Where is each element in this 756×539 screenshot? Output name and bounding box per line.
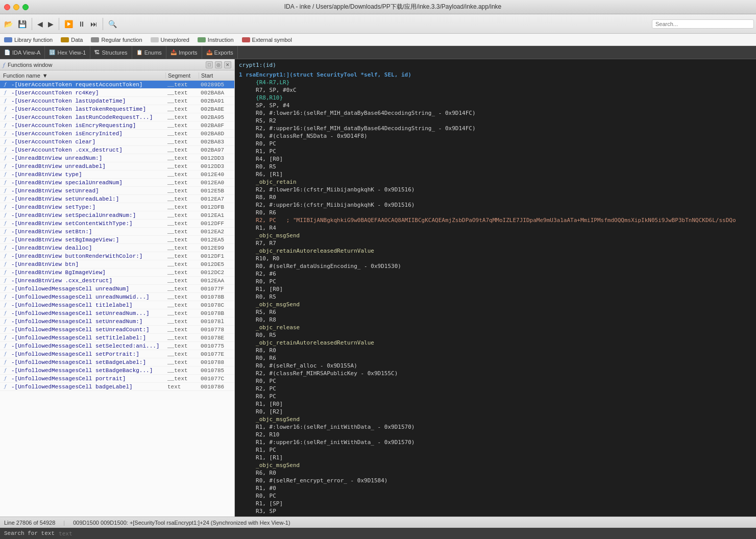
function-name: -[UserAccountToken lastRunCodeRequestT..… (10, 114, 165, 120)
col-start: Start (199, 72, 234, 79)
legend-unexplored: Unexplored (151, 37, 189, 43)
function-row[interactable]: 𝑓-[UnreadBtnView setBtn:]__text0012EA2 (0, 228, 234, 236)
code-content[interactable]: crypt1:(id)1 rsaEncrypt1:](struct Securi… (235, 59, 756, 517)
function-name: -[UnreadBtnView setUnread] (10, 188, 165, 194)
function-segment: __text (165, 302, 199, 308)
function-row[interactable]: 𝑓-[UnfollowedMessagesCell setUnreadNum:]… (0, 317, 234, 326)
code-line: R2, #:upper16:(selRef_MIH_dataByBase64De… (239, 125, 752, 132)
tab-hex-view[interactable]: 🔢 Hex View-1 (45, 46, 90, 59)
tab-enums[interactable]: 📋 Enums (132, 46, 166, 59)
close-button[interactable] (4, 4, 10, 10)
function-row[interactable]: 𝑓-[UserAccountToken .cxx_destruct]__text… (0, 146, 234, 154)
function-row[interactable]: 𝑓-[UnfollowedMessagesCell setBadgeBackg.… (0, 366, 234, 375)
function-row[interactable]: 𝑓-[UnreadBtnView setUnread]__text0012E5B (0, 187, 234, 195)
function-row[interactable]: 𝑓-[UnreadBtnView setBgImageView:]__text0… (0, 236, 234, 244)
run-button[interactable]: ▶️ (62, 19, 75, 29)
minimize-button[interactable] (13, 4, 19, 10)
legend-library: Library function (4, 37, 53, 43)
function-row[interactable]: 𝑓-[UnreadBtnView setType:]__text0012DFB (0, 203, 234, 211)
function-row[interactable]: 𝑓-[UnfollowedMessagesCell setUnreadNum..… (0, 309, 234, 317)
function-start: 001078C (199, 302, 234, 308)
panel-float-button[interactable]: □ (206, 61, 213, 68)
function-segment: __text (165, 180, 199, 186)
function-segment: __text (165, 318, 199, 325)
function-row[interactable]: 𝑓-[UserAccountToken isEncryRequesting]__… (0, 121, 234, 130)
function-row[interactable]: 𝑓-[UserAccountToken lastUpdateTime]__tex… (0, 97, 234, 105)
search-input[interactable] (59, 530, 134, 537)
function-segment: __text (165, 310, 199, 316)
function-row[interactable]: 𝑓-[UnreadBtnView setContentWithType:]__t… (0, 219, 234, 228)
functions-panel: 𝑓 Functions window □ ◎ ✕ Function name ▼… (0, 59, 235, 517)
legend-color-external (242, 37, 250, 42)
function-row[interactable]: 𝑓-[UnreadBtnView btn]__text0012DE5 (0, 260, 234, 268)
function-icon: 𝑓 (0, 138, 10, 146)
function-row[interactable]: 𝑓-[UnreadBtnView buttonRenderWithColor:]… (0, 252, 234, 260)
step-button[interactable]: ⏭ (88, 19, 100, 29)
function-row[interactable]: 𝑓-[UserAccountToken rc4Key]__text002BA8A (0, 89, 234, 97)
function-row[interactable]: 𝑓-[UnreadBtnView specialUnreadNum]__text… (0, 179, 234, 187)
panel-close-button[interactable]: ✕ (224, 61, 231, 68)
sort-indicator: ▼ (42, 72, 48, 79)
function-name: -[UnfollowedMessagesCell portrait] (10, 376, 165, 382)
function-name: -[UnfollowedMessagesCell unreadNum] (10, 286, 165, 292)
maximize-button[interactable] (22, 4, 29, 10)
function-row[interactable]: 𝑓-[UnreadBtnView unreadLabel]__text0012D… (0, 162, 234, 170)
tab-structures[interactable]: 🏗 Structures (90, 46, 132, 59)
back-button[interactable]: ◀ (35, 19, 45, 29)
tab-exports[interactable]: 📤 Exports (202, 46, 238, 59)
function-row[interactable]: 𝑓-[UnreadBtnView setSpecialUnreadNum:]__… (0, 211, 234, 219)
tab-exports-icon: 📤 (206, 50, 212, 55)
function-row[interactable]: 𝑓-[UserAccountToken isEncryInited]__text… (0, 130, 234, 138)
code-line: R0, R5 (239, 293, 752, 301)
code-header: crypt1:(id) (239, 61, 752, 69)
function-row[interactable]: 𝑓-[UnreadBtnView type]__text0012E40 (0, 170, 234, 179)
tab-imports[interactable]: 📥 Imports (166, 46, 202, 59)
open-button[interactable]: 📂 (2, 19, 15, 29)
code-line: R1, PC (239, 148, 752, 155)
search-button[interactable]: 🔍 (106, 19, 119, 29)
legend-color-library (4, 37, 12, 42)
function-row[interactable]: 𝑓-[UserAccountToken lastRunCodeRequestT.… (0, 113, 234, 121)
code-line: R1, #0 (239, 484, 752, 492)
function-row[interactable]: 𝑓-[UnfollowedMessagesCell setPortrait:]_… (0, 350, 234, 358)
function-name: -[UnreadBtnView .cxx_destruct] (10, 278, 165, 284)
function-row[interactable]: 𝑓-[UnreadBtnView unreadNum:]__text0012DD… (0, 154, 234, 162)
function-segment: __text (165, 286, 199, 292)
code-line: R1, [R0] (239, 285, 752, 293)
function-row[interactable]: 𝑓-[UserAccountToken lastTokenRequestTime… (0, 105, 234, 113)
function-row[interactable]: 𝑓-[UnfollowedMessagesCell setTitlelabel:… (0, 334, 234, 342)
code-line: _objc_retainAutoreleasedReturnValue (239, 339, 752, 347)
function-start: 0012EA2 (199, 229, 234, 235)
function-segment: __text (165, 172, 199, 178)
function-row[interactable]: 𝑓-[UserAccountToken clear]__text002BA83 (0, 138, 234, 146)
function-row[interactable]: 𝑓-[UnfollowedMessagesCell setSelected:an… (0, 342, 234, 350)
function-row[interactable]: 𝑓-[UnfollowedMessagesCell badgeLabel]tex… (0, 383, 234, 391)
save-button[interactable]: 💾 (16, 19, 29, 29)
function-row[interactable]: 𝑓-[UnreadBtnView setUnreadLabel:]__text0… (0, 195, 234, 203)
function-row[interactable]: 𝑓-[UnfollowedMessagesCell portrait]__tex… (0, 375, 234, 383)
function-row[interactable]: 𝑓-[UserAccountToken requestAccountToken]… (0, 81, 234, 89)
function-start: 0012EA7 (199, 196, 234, 202)
function-list[interactable]: 𝑓-[UserAccountToken requestAccountToken]… (0, 81, 234, 517)
code-line: R1, R4 (239, 224, 752, 232)
function-row[interactable]: 𝑓-[UnfollowedMessagesCell unreadNumWid..… (0, 293, 234, 301)
function-row[interactable]: 𝑓-[UnfollowedMessagesCell titlelabel]__t… (0, 301, 234, 309)
toolbar-search-input[interactable] (652, 19, 754, 29)
function-row[interactable]: 𝑓-[UnreadBtnView BgImageView]__text0012D… (0, 268, 234, 277)
function-start: 0012E5B (199, 188, 234, 194)
function-row[interactable]: 𝑓-[UnreadBtnView dealloc]__text0012E99 (0, 244, 234, 252)
function-icon: 𝑓 (0, 97, 10, 105)
function-icon: 𝑓 (0, 342, 10, 350)
tab-enums-label: Enums (144, 50, 162, 56)
forward-button[interactable]: ▶ (46, 19, 56, 29)
function-segment: __text (165, 359, 199, 365)
function-row[interactable]: 𝑓-[UnfollowedMessagesCell unreadNum]__te… (0, 285, 234, 293)
panel-pin-button[interactable]: ◎ (215, 61, 222, 68)
function-row[interactable]: 𝑓-[UnreadBtnView .cxx_destruct]__text001… (0, 277, 234, 285)
function-icon: 𝑓 (0, 89, 10, 97)
function-row[interactable]: 𝑓-[UnfollowedMessagesCell setUnreadCount… (0, 326, 234, 334)
function-segment: __text (165, 335, 199, 341)
tab-ida-view[interactable]: 📄 IDA View-A (0, 46, 45, 59)
function-row[interactable]: 𝑓-[UnfollowedMessagesCell setBadgeLabel:… (0, 358, 234, 366)
pause-button[interactable]: ⏸ (76, 19, 87, 29)
